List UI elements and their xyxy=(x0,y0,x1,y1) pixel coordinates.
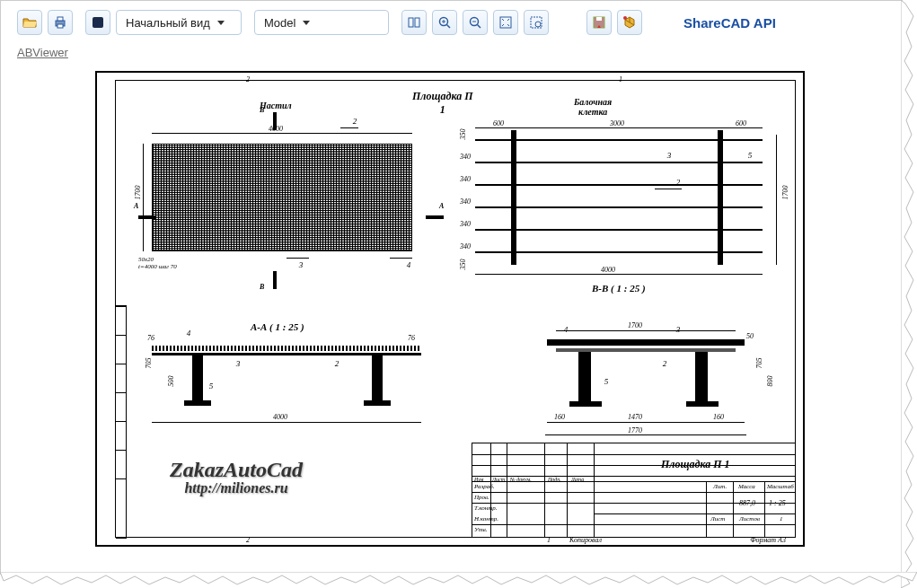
chevron-down-icon xyxy=(303,21,310,25)
format-label: Формат А3 xyxy=(750,536,786,544)
section-mark-a-right xyxy=(426,215,444,219)
fit-all-icon xyxy=(498,15,513,30)
beam-label: Балочная клетка xyxy=(574,97,612,117)
main-title: Площадка П1 xyxy=(412,90,473,117)
toolbar: Начальный вид Model ShareCA xyxy=(1,1,902,42)
abviewer-link[interactable]: ABViewer xyxy=(17,46,68,59)
top-mark-2: 2 xyxy=(246,75,250,83)
model-select[interactable]: Model xyxy=(254,10,389,35)
fit-width-icon xyxy=(407,15,421,30)
section-mark-a-left xyxy=(138,215,156,219)
black-bg-button[interactable] xyxy=(85,10,110,35)
app-viewer-frame: Начальный вид Model ShareCA xyxy=(0,0,903,575)
3d-button[interactable] xyxy=(617,10,642,35)
watermark: ZakazAutoCad http://miliones.ru xyxy=(170,458,303,496)
svg-point-15 xyxy=(535,22,541,27)
bottom-mark-2: 2 xyxy=(246,536,250,544)
open-button[interactable] xyxy=(17,10,42,35)
section-mark-b-bot xyxy=(273,271,277,289)
zoom-in-icon xyxy=(437,15,452,30)
tb-name: Площадка П 1 xyxy=(661,458,730,471)
drawing-frame: 2 1 2 1 Копировал Площадка П1 Настил Бал… xyxy=(115,80,796,538)
section-bb-view xyxy=(547,332,745,422)
top-mark-1: 1 xyxy=(619,75,622,83)
view-select-text: Начальный вид xyxy=(126,16,210,30)
drawing-canvas[interactable]: 2 1 2 1 Копировал Площадка П1 Настил Бал… xyxy=(95,71,805,547)
section-aa-view xyxy=(152,341,421,413)
revision-strip xyxy=(116,305,127,539)
title-block: Площадка П 1 Лит. Масса Масштаб 887,0 1 … xyxy=(472,443,795,537)
zoom-in-button[interactable] xyxy=(432,10,457,35)
svg-rect-13 xyxy=(500,17,511,28)
fit-width-button[interactable] xyxy=(401,10,427,35)
grid-note: 50х20 t=4000 шаг 70 xyxy=(138,256,177,270)
printer-icon xyxy=(53,15,67,30)
svg-line-7 xyxy=(447,25,451,29)
svg-rect-1 xyxy=(57,17,63,21)
svg-line-11 xyxy=(478,25,481,29)
svg-rect-5 xyxy=(415,18,419,27)
svg-rect-17 xyxy=(596,17,602,21)
fit-all-button[interactable] xyxy=(493,10,518,35)
svg-point-18 xyxy=(623,16,627,20)
svg-rect-3 xyxy=(93,17,103,28)
zoom-out-icon xyxy=(468,15,482,30)
bottom-center-label: Копировал xyxy=(569,536,602,544)
print-button[interactable] xyxy=(48,10,73,35)
sharecad-api-link[interactable]: ShareCAD API xyxy=(683,15,776,31)
chevron-down-icon xyxy=(217,21,225,25)
zoom-region-button[interactable] xyxy=(524,10,549,35)
section-bb-label: В-В ( 1 : 25 ) xyxy=(592,283,646,294)
save-icon xyxy=(592,15,606,30)
beam-view xyxy=(475,130,763,265)
zoom-region-icon xyxy=(529,15,543,30)
black-square-icon xyxy=(91,15,105,30)
model-select-text: Model xyxy=(264,16,295,30)
cube-icon xyxy=(622,15,637,30)
svg-rect-4 xyxy=(409,18,413,27)
torn-edge-right xyxy=(901,0,917,588)
zoom-out-button[interactable] xyxy=(463,10,488,35)
section-aa-label: А-А ( 1 : 25 ) xyxy=(251,321,304,332)
plan-view xyxy=(152,144,412,251)
svg-rect-2 xyxy=(57,24,63,28)
save-button[interactable] xyxy=(586,10,612,35)
view-select[interactable]: Начальный вид xyxy=(116,10,242,35)
bottom-mark-1: 1 xyxy=(547,536,551,544)
folder-open-icon xyxy=(22,15,37,30)
plan-label: Настил xyxy=(260,101,292,110)
